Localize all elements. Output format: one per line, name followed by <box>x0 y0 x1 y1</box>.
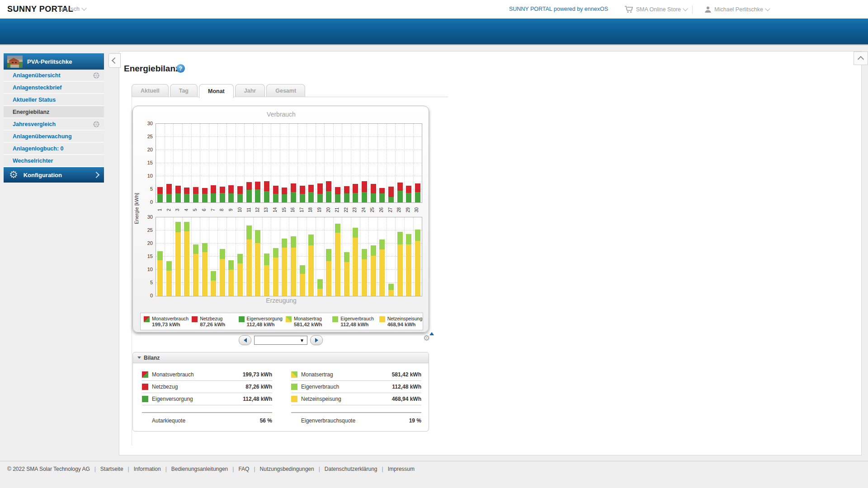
tab-gesamt[interactable]: Gesamt <box>266 84 305 97</box>
bar-day-14[interactable] <box>271 124 280 202</box>
bar-day-1[interactable] <box>156 124 165 202</box>
collapse-sidebar-button[interactable] <box>108 53 121 68</box>
bar-day-26[interactable] <box>378 217 387 296</box>
bar-day-7[interactable] <box>209 124 218 202</box>
chart-settings-button[interactable]: ⚙ <box>423 334 433 344</box>
bar-day-5[interactable] <box>192 124 201 202</box>
bar-day-16[interactable] <box>289 217 298 296</box>
bar-day-29[interactable] <box>405 217 414 296</box>
footer-link-impressum[interactable]: Impressum <box>388 466 415 472</box>
sidebar-item-aktueller-status[interactable]: Aktueller Status <box>4 94 104 106</box>
footer-link-datenschutzerkl-rung[interactable]: Datenschutzerklärung <box>325 466 377 472</box>
bar-day-7[interactable] <box>209 217 218 296</box>
bar-segment-netzbezug <box>406 186 411 192</box>
bar-day-29[interactable] <box>405 124 414 202</box>
footer-link-startseite[interactable]: Startseite <box>100 466 123 472</box>
scroll-top-button[interactable] <box>854 52 868 65</box>
bar-day-28[interactable] <box>396 124 405 202</box>
bar-day-13[interactable] <box>263 124 272 202</box>
sidebar-item-wechselrichter[interactable]: Wechselrichter <box>4 155 104 167</box>
bar-day-11[interactable] <box>245 217 254 296</box>
bar-day-30[interactable] <box>414 124 422 202</box>
powered-by-link[interactable]: SUNNY PORTAL powered by ennexOS <box>509 6 608 12</box>
bar-day-8[interactable] <box>218 217 227 296</box>
bar-day-17[interactable] <box>298 124 307 202</box>
sidebar-item-anlagen-bersicht[interactable]: Anlagenübersicht <box>4 70 104 82</box>
bar-day-25[interactable] <box>369 217 378 296</box>
bar-day-23[interactable] <box>351 217 360 296</box>
bar-day-24[interactable] <box>360 124 369 202</box>
footer-link-nutzungsbedingungen[interactable]: Nutzungsbedingungen <box>260 466 314 472</box>
bar-day-13[interactable] <box>263 217 272 296</box>
bar-day-23[interactable] <box>351 124 360 202</box>
bar-day-27[interactable] <box>387 217 396 296</box>
user-menu[interactable]: Michael Perlitschke <box>704 6 769 13</box>
bar-day-3[interactable] <box>174 217 183 296</box>
help-icon[interactable]: ? <box>176 64 185 73</box>
bar-day-18[interactable] <box>307 217 316 296</box>
bar-day-9[interactable] <box>227 124 236 202</box>
sidebar-item-jahresvergleich[interactable]: Jahresvergleich <box>4 118 104 131</box>
bar-day-16[interactable] <box>289 124 298 202</box>
bar-day-24[interactable] <box>360 217 369 296</box>
bar-day-21[interactable] <box>334 217 343 296</box>
bar-day-9[interactable] <box>227 217 236 296</box>
bar-day-11[interactable] <box>245 124 254 202</box>
tab-monat[interactable]: Monat <box>199 84 234 98</box>
bar-day-30[interactable] <box>414 217 422 296</box>
bar-day-2[interactable] <box>165 217 174 296</box>
bar-day-8[interactable] <box>218 124 227 202</box>
tab-aktuell[interactable]: Aktuell <box>132 84 169 97</box>
bar-day-17[interactable] <box>298 217 307 296</box>
bar-day-20[interactable] <box>325 217 334 296</box>
sidebar-item-konfiguration[interactable]: ⚙ Konfiguration <box>4 167 104 183</box>
bar-day-22[interactable] <box>342 217 351 296</box>
footer-link-information[interactable]: Information <box>134 466 161 472</box>
next-month-button[interactable] <box>310 335 323 345</box>
bar-day-3[interactable] <box>174 124 183 202</box>
balance-panel-header[interactable]: Bilanz <box>133 352 429 363</box>
bar-day-19[interactable] <box>316 124 325 202</box>
bar-day-5[interactable] <box>192 217 201 296</box>
header-divider <box>692 5 693 14</box>
bar-segment-eigenverbrauch <box>255 230 260 244</box>
bar-segment-eigenversorgung <box>157 194 163 202</box>
sidebar-item-anlagensteckbrief[interactable]: Anlagensteckbrief <box>4 82 104 94</box>
bar-day-22[interactable] <box>342 124 351 202</box>
bar-day-2[interactable] <box>165 124 174 202</box>
bar-day-15[interactable] <box>280 124 289 202</box>
bar-day-19[interactable] <box>316 217 325 296</box>
x-axis-tick: 23 <box>350 202 359 217</box>
bar-day-4[interactable] <box>183 217 192 296</box>
sidebar-item-anlagenlogbuch-0[interactable]: Anlagenlogbuch: 0 <box>4 143 104 155</box>
bar-day-28[interactable] <box>396 217 405 296</box>
month-select[interactable]: ▼ <box>254 336 307 345</box>
sidebar-item-anlagen-berwachung[interactable]: Anlagenüberwachung <box>4 131 104 143</box>
tab-tag[interactable]: Tag <box>170 84 198 97</box>
bar-day-12[interactable] <box>254 124 263 202</box>
sidebar-item-energiebilanz[interactable]: Energiebilanz <box>4 106 104 118</box>
bar-day-6[interactable] <box>200 217 209 296</box>
language-dropdown[interactable]: Deutsch <box>59 6 86 12</box>
bar-day-18[interactable] <box>307 124 316 202</box>
bar-day-10[interactable] <box>236 217 245 296</box>
bar-day-6[interactable] <box>200 124 209 202</box>
bar-day-26[interactable] <box>378 124 387 202</box>
bar-day-12[interactable] <box>254 217 263 296</box>
bar-day-10[interactable] <box>236 124 245 202</box>
footer-link-bedienungsanleitungen[interactable]: Bedienungsanleitungen <box>171 466 228 472</box>
bar-day-27[interactable] <box>387 124 396 202</box>
sidebar-plant-header[interactable]: PVA-Perlitschke <box>4 53 104 70</box>
bar-segment-netzeinspeisung <box>255 243 260 296</box>
previous-month-button[interactable] <box>239 335 251 345</box>
bar-day-15[interactable] <box>280 217 289 296</box>
bar-day-20[interactable] <box>325 124 334 202</box>
bar-day-1[interactable] <box>156 217 165 296</box>
bar-day-21[interactable] <box>334 124 343 202</box>
bar-day-4[interactable] <box>183 124 192 202</box>
tab-jahr[interactable]: Jahr <box>235 84 265 97</box>
footer-link-faq[interactable]: FAQ <box>238 466 249 472</box>
bar-day-25[interactable] <box>369 124 378 202</box>
store-dropdown[interactable]: SMA Online Store <box>624 6 687 13</box>
bar-day-14[interactable] <box>271 217 280 296</box>
